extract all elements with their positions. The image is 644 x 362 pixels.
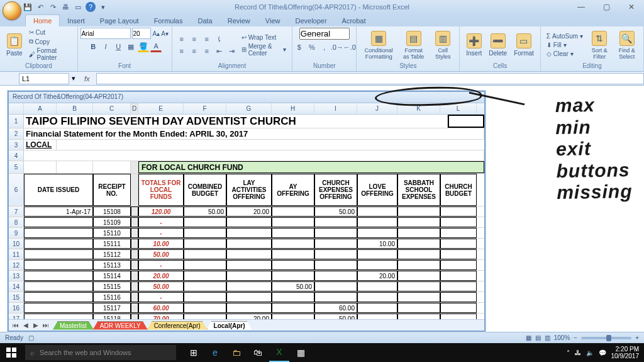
cell[interactable] (397, 314, 440, 319)
fx-icon[interactable]: fx (78, 75, 96, 82)
sheet-nav-next-icon[interactable]: ▶ (31, 322, 40, 329)
cell[interactable] (357, 249, 397, 259)
cell[interactable]: 50.00 (138, 281, 184, 291)
cell[interactable]: 20.00 (138, 271, 184, 281)
percent-icon[interactable]: % (306, 42, 318, 53)
row-header[interactable]: 9 (9, 228, 24, 238)
copy-button[interactable]: ⧉Copy (27, 37, 74, 46)
cell[interactable]: CHURCH EXPENSES OFFERING (314, 174, 357, 206)
cell[interactable] (131, 217, 138, 227)
align-bottom-icon[interactable]: ≡ (201, 33, 213, 45)
qat-save-icon[interactable]: 💾 (23, 2, 33, 12)
decrease-decimal-icon[interactable]: ←.0 (344, 42, 355, 53)
store-icon[interactable]: 🛍 (248, 343, 268, 362)
cell[interactable]: 50.00 (184, 206, 226, 217)
row-header[interactable]: 1 (9, 115, 24, 128)
view-pagebreak-icon[interactable]: ▥ (545, 334, 550, 341)
decrease-font-icon[interactable]: A▾ (161, 30, 169, 37)
active-cell[interactable] (448, 115, 484, 128)
cell[interactable] (397, 239, 440, 249)
delete-cells-button[interactable]: ➖Delete (486, 32, 509, 58)
row-header[interactable]: 13 (9, 271, 24, 281)
cell[interactable]: 70.00 (138, 314, 184, 319)
zoom-in-button[interactable]: + (635, 334, 639, 341)
cell[interactable]: 20.00 (226, 314, 272, 319)
col-header-a[interactable]: A (24, 103, 57, 114)
cell[interactable] (397, 303, 440, 313)
cell-title[interactable]: TAIPO FILIPINO SEVENTH DAY ADVENTIST CHU… (24, 115, 448, 128)
cell[interactable] (357, 260, 397, 270)
cell[interactable] (184, 239, 226, 249)
cell[interactable] (131, 260, 138, 270)
cell[interactable]: 15111 (93, 239, 131, 249)
cell[interactable]: - (138, 217, 184, 227)
col-header-d[interactable]: D (131, 103, 138, 114)
tab-home[interactable]: Home (25, 14, 60, 26)
row-header[interactable]: 6 (9, 174, 24, 206)
cell[interactable] (131, 314, 138, 319)
cell[interactable]: 15115 (93, 281, 131, 291)
format-as-table-button[interactable]: ▤Format as Table (399, 30, 428, 61)
zoom-slider[interactable] (581, 337, 631, 339)
row-header[interactable]: 8 (9, 217, 24, 227)
tab-data[interactable]: Data (190, 15, 219, 26)
cell[interactable] (184, 271, 226, 281)
col-header-c[interactable]: C (93, 103, 131, 114)
tray-chevron-icon[interactable]: ˄ (567, 349, 570, 356)
cell[interactable]: RECEIPT NO. (93, 174, 131, 206)
cell[interactable] (184, 249, 226, 259)
row-header[interactable]: 3 (9, 140, 24, 150)
cell[interactable] (131, 249, 138, 259)
paste-button[interactable]: 📋Paste (4, 32, 25, 58)
cell[interactable] (314, 292, 357, 302)
cell[interactable] (357, 228, 397, 238)
cell[interactable] (184, 314, 226, 319)
cell[interactable]: 60.00 (314, 303, 357, 313)
cell[interactable] (272, 206, 314, 217)
cell[interactable] (184, 217, 226, 227)
cell-local[interactable]: LOCAL (24, 140, 57, 150)
cell[interactable] (272, 260, 314, 270)
cell[interactable] (226, 303, 272, 313)
cell[interactable] (226, 217, 272, 227)
row-header[interactable]: 4 (9, 150, 24, 161)
cell[interactable]: LOVE OFFERING (357, 174, 397, 206)
sheet-nav-last-icon[interactable]: ⏭ (42, 322, 50, 329)
task-view-icon[interactable]: ⊞ (184, 343, 204, 362)
cell[interactable] (184, 260, 226, 270)
cell-styles-button[interactable]: ▥Cell Styles (430, 30, 455, 61)
cell[interactable]: 120.00 (138, 206, 184, 217)
row-header[interactable]: 5 (9, 161, 24, 173)
cell[interactable] (131, 281, 138, 291)
cell[interactable]: 15112 (93, 249, 131, 259)
cell[interactable]: 15108 (93, 206, 131, 217)
taskbar-search[interactable]: ⌕ Search the web and Windows (25, 345, 176, 360)
align-middle-icon[interactable]: ≡ (189, 33, 200, 45)
col-header-h[interactable]: H (272, 103, 314, 114)
qat-dropdown-icon[interactable]: ▾ (98, 2, 108, 12)
cell[interactable]: DATE ISSUED (24, 174, 93, 206)
tray-notification-icon[interactable]: 💬 (599, 349, 606, 356)
cell[interactable] (440, 303, 477, 313)
cell[interactable]: 20.00 (226, 206, 272, 217)
row-header[interactable]: 7 (9, 206, 24, 217)
currency-icon[interactable]: $ (294, 42, 305, 53)
app-icon[interactable]: ▦ (291, 343, 311, 362)
insert-cells-button[interactable]: ➕Insert (464, 32, 484, 58)
cell[interactable] (226, 292, 272, 302)
cell[interactable] (131, 303, 138, 313)
cell[interactable]: 10.00 (138, 239, 184, 249)
tab-review[interactable]: Review (220, 15, 258, 26)
cell[interactable] (440, 281, 477, 291)
cell[interactable] (226, 281, 272, 291)
cell-fund-header[interactable]: FOR LOCAL CHURCH FUND (138, 161, 484, 173)
cell[interactable]: - (138, 228, 184, 238)
cell[interactable]: 15116 (93, 292, 131, 302)
tab-formulas[interactable]: Formulas (147, 15, 191, 26)
excel-taskbar-icon[interactable]: X (269, 343, 289, 362)
row-header[interactable]: 10 (9, 239, 24, 249)
font-name-input[interactable] (80, 28, 131, 39)
cell[interactable]: LAY ACTIVITIES OFFERING (226, 174, 272, 206)
conditional-formatting-button[interactable]: ▦Conditional Formatting (360, 30, 397, 61)
align-top-icon[interactable]: ≡ (176, 33, 187, 45)
